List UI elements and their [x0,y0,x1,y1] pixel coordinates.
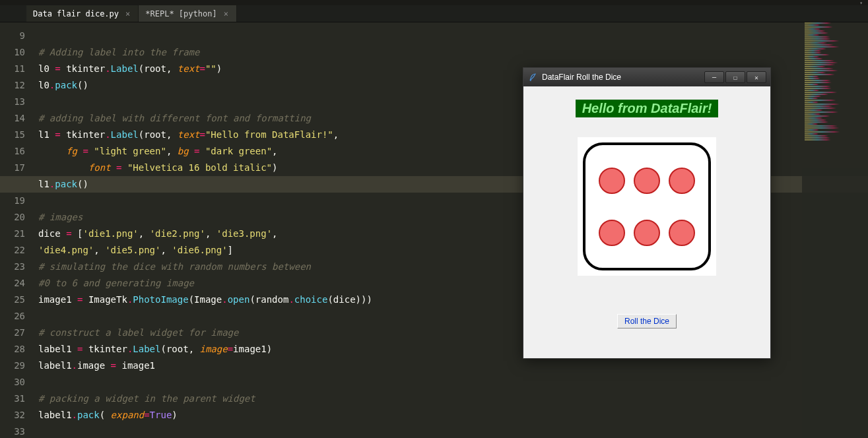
code-line[interactable] [38,28,863,44]
dice-pip [634,220,660,246]
tkinter-dice-image [578,137,716,276]
code-line[interactable]: # Adding label into the frame [38,44,863,61]
dropdown-arrow-icon[interactable]: ▾ [859,0,863,6]
close-button[interactable]: ✕ [747,71,766,83]
minimize-button[interactable]: ─ [704,71,724,83]
editor-top-bar: ▾ [0,0,868,5]
code-line[interactable] [38,374,863,391]
tkinter-body: Hello from DataFlair! Roll the Dice [523,86,770,358]
tabs-spacer [0,5,26,22]
dice-pip [669,168,695,194]
window-controls: ─ ☐ ✕ [703,71,766,83]
close-icon[interactable]: × [124,9,131,18]
roll-dice-button[interactable]: Roll the Dice [617,314,677,328]
tab-repl-python[interactable]: *REPL* [python] × [139,5,237,22]
code-line[interactable] [38,423,863,438]
tkinter-feather-icon [527,72,538,82]
line-gutter: 9101112131415161718192021222324252627282… [0,22,33,438]
dice-pip [634,168,660,194]
close-icon[interactable]: × [222,9,230,18]
dice-pip [599,220,625,246]
dice-face-six [583,142,711,270]
maximize-button[interactable]: ☐ [725,71,745,83]
code-line[interactable]: label1.image = image1 [38,358,863,374]
code-line[interactable]: # packing a widget in the parent widget [38,391,863,407]
tab-label: Data flair dice.py [33,9,119,18]
tkinter-titlebar[interactable]: DataFlair Roll the Dice ─ ☐ ✕ [523,68,770,86]
tab-dataflair-dice[interactable]: Data flair dice.py × [26,5,139,22]
dice-pip [599,168,625,194]
minimap[interactable] [802,22,868,438]
tabs-bar: Data flair dice.py × *REPL* [python] × [0,5,868,22]
dice-pip [669,220,695,246]
tkinter-hello-label: Hello from DataFlair! [576,100,719,117]
code-line[interactable]: label1.pack( expand=True) [38,407,863,423]
tkinter-title: DataFlair Roll the Dice [542,73,699,82]
tkinter-window: DataFlair Roll the Dice ─ ☐ ✕ Hello from… [523,67,771,359]
tab-label: *REPL* [python] [145,9,217,18]
